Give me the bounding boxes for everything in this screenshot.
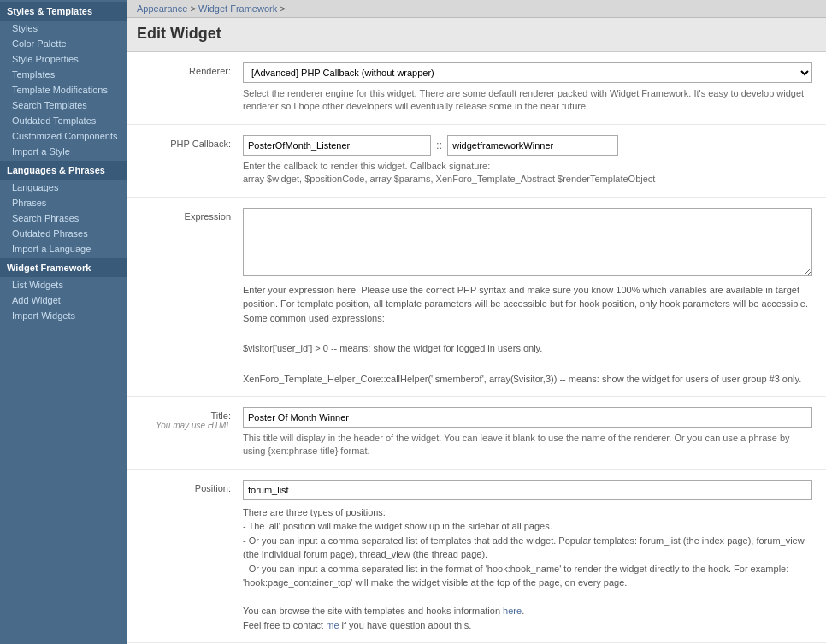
sidebar-section-languages-phrases: Languages & Phrases xyxy=(0,161,127,180)
position-description: There are three types of positions: - Th… xyxy=(243,505,812,633)
php-callback-separator: :: xyxy=(436,139,442,151)
position-desc-me-suffix: if you have question about this. xyxy=(339,620,472,630)
title-label: Title: You may use HTML xyxy=(140,407,243,430)
sidebar-item-templates[interactable]: Templates xyxy=(0,67,127,82)
breadcrumb-sep2: > xyxy=(280,3,285,14)
sidebar-item-customized-components[interactable]: Customized Components xyxy=(0,128,127,144)
position-label: Position: xyxy=(140,480,243,493)
position-me-link[interactable]: me xyxy=(326,620,339,630)
breadcrumb: Appearance > Widget Framework > xyxy=(127,0,826,18)
sidebar-section-styles-templates: Styles & Templates xyxy=(0,2,127,21)
title-content: This title will display in the header of… xyxy=(243,407,812,458)
expression-note-3: XenForo_Template_Helper_Core::callHelper… xyxy=(243,372,812,387)
page-title: Edit Widget xyxy=(127,18,826,52)
sidebar-item-add-widget[interactable]: Add Widget xyxy=(0,292,127,308)
position-input[interactable] xyxy=(243,480,812,500)
renderer-row: Renderer: [Advanced] PHP Callback (witho… xyxy=(127,52,826,125)
position-row: Position: There are three types of posit… xyxy=(127,470,826,644)
renderer-description: Select the renderer engine for this widg… xyxy=(243,87,812,114)
title-description: This title will display in the header of… xyxy=(243,432,812,458)
sidebar-item-template-modifications[interactable]: Template Modifications xyxy=(0,82,127,97)
sidebar-item-import-widgets[interactable]: Import Widgets xyxy=(0,308,127,323)
php-callback-method-input[interactable] xyxy=(447,135,618,156)
php-callback-label: PHP Callback: xyxy=(140,135,243,149)
php-callback-row: PHP Callback: :: Enter the callback to r… xyxy=(127,125,826,198)
sidebar-item-languages[interactable]: Languages xyxy=(0,180,127,195)
expression-note-1: Enter your expression here. Please use t… xyxy=(243,283,812,326)
renderer-label: Renderer: xyxy=(140,62,243,76)
renderer-select[interactable]: [Advanced] PHP Callback (without wrapper… xyxy=(243,62,812,83)
sidebar-item-styles[interactable]: Styles xyxy=(0,21,127,36)
expression-note-2: $visitor['user_id'] > 0 -- means: show t… xyxy=(243,341,812,356)
expression-textarea[interactable] xyxy=(243,208,812,276)
position-here-link[interactable]: here xyxy=(503,606,522,616)
title-label-text: Title: xyxy=(211,411,231,421)
sidebar-item-style-properties[interactable]: Style Properties xyxy=(0,51,127,67)
title-sub-label: You may use HTML xyxy=(140,421,231,430)
php-callback-inputs: :: xyxy=(243,135,812,156)
position-desc-here-prefix: You can browse the site with templates a… xyxy=(243,606,503,616)
sidebar-item-outdated-phrases[interactable]: Outdated Phrases xyxy=(0,226,127,241)
sidebar-section-widget-framework: Widget Framework xyxy=(0,258,127,277)
expression-label: Expression xyxy=(140,208,243,222)
sidebar: Styles & Templates Styles Color Palette … xyxy=(0,0,127,644)
main-content: Appearance > Widget Framework > Edit Wid… xyxy=(127,0,826,644)
position-desc-me-prefix: Feel free to contact xyxy=(243,620,326,630)
expression-content: Enter your expression here. Please use t… xyxy=(243,208,812,387)
title-input[interactable] xyxy=(243,407,812,428)
sidebar-item-search-phrases[interactable]: Search Phrases xyxy=(0,210,127,226)
sidebar-item-phrases[interactable]: Phrases xyxy=(0,195,127,210)
php-callback-content: :: Enter the callback to render this wid… xyxy=(243,135,812,186)
sidebar-item-list-widgets[interactable]: List Widgets xyxy=(0,277,127,292)
expression-row: Expression Enter your expression here. P… xyxy=(127,198,826,398)
php-callback-class-input[interactable] xyxy=(243,135,431,156)
sidebar-item-import-a-style[interactable]: Import a Style xyxy=(0,144,127,159)
breadcrumb-appearance[interactable]: Appearance xyxy=(137,3,187,14)
renderer-content: [Advanced] PHP Callback (without wrapper… xyxy=(243,62,812,114)
position-content: There are three types of positions: - Th… xyxy=(243,480,812,633)
sidebar-item-color-palette[interactable]: Color Palette xyxy=(0,36,127,51)
title-row: Title: You may use HTML This title will … xyxy=(127,397,826,470)
form-container: Renderer: [Advanced] PHP Callback (witho… xyxy=(127,52,826,644)
sidebar-item-search-templates[interactable]: Search Templates xyxy=(0,97,127,113)
breadcrumb-widget-framework[interactable]: Widget Framework xyxy=(198,3,277,14)
sidebar-item-outdated-templates[interactable]: Outdated Templates xyxy=(0,113,127,128)
breadcrumb-sep1: > xyxy=(190,3,198,14)
php-callback-description: Enter the callback to render this widget… xyxy=(243,160,812,186)
sidebar-item-import-a-language[interactable]: Import a Language xyxy=(0,241,127,257)
